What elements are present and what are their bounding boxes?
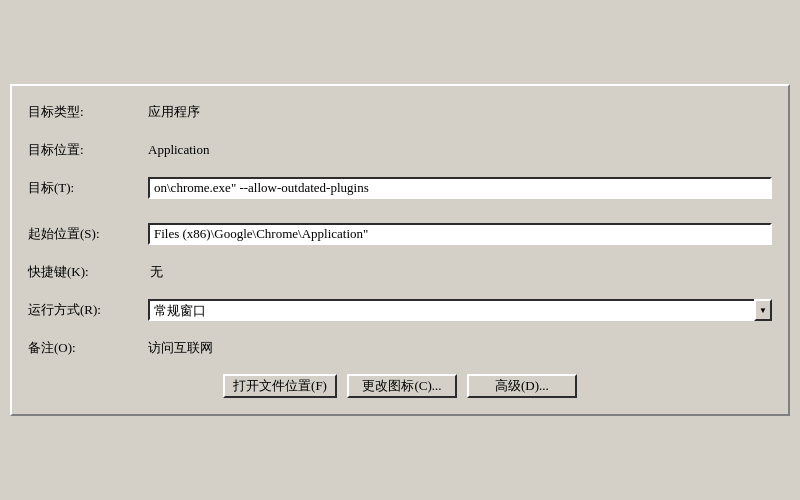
- start-location-input[interactable]: [148, 223, 772, 245]
- shortcut-value: 无: [150, 263, 163, 281]
- comment-row: 备注(O): 访问互联网: [28, 334, 772, 362]
- comment-value: 访问互联网: [148, 339, 213, 357]
- run-mode-select-wrapper: 常规窗口 最小化 最大化: [148, 299, 772, 321]
- target-type-value: 应用程序: [148, 103, 200, 121]
- start-location-row: 起始位置(S):: [28, 220, 772, 248]
- target-location-row: 目标位置: Application: [28, 136, 772, 164]
- target-location-label: 目标位置:: [28, 141, 148, 159]
- target-input[interactable]: [148, 177, 772, 199]
- comment-label: 备注(O):: [28, 339, 148, 357]
- run-mode-select[interactable]: 常规窗口 最小化 最大化: [148, 299, 772, 321]
- target-location-value: Application: [148, 142, 209, 158]
- properties-dialog: 目标类型: 应用程序 目标位置: Application 目标(T): 起始位置…: [10, 84, 790, 416]
- target-type-row: 目标类型: 应用程序: [28, 98, 772, 126]
- run-mode-row: 运行方式(R): 常规窗口 最小化 最大化: [28, 296, 772, 324]
- target-row: 目标(T):: [28, 174, 772, 202]
- button-row: 打开文件位置(F) 更改图标(C)... 高级(D)...: [28, 374, 772, 398]
- open-location-button[interactable]: 打开文件位置(F): [223, 374, 337, 398]
- shortcut-label: 快捷键(K):: [28, 263, 148, 281]
- change-icon-button[interactable]: 更改图标(C)...: [347, 374, 457, 398]
- advanced-button[interactable]: 高级(D)...: [467, 374, 577, 398]
- run-mode-label: 运行方式(R):: [28, 301, 148, 319]
- target-label: 目标(T):: [28, 179, 148, 197]
- target-type-label: 目标类型:: [28, 103, 148, 121]
- start-location-label: 起始位置(S):: [28, 225, 148, 243]
- shortcut-row: 快捷键(K): 无: [28, 258, 772, 286]
